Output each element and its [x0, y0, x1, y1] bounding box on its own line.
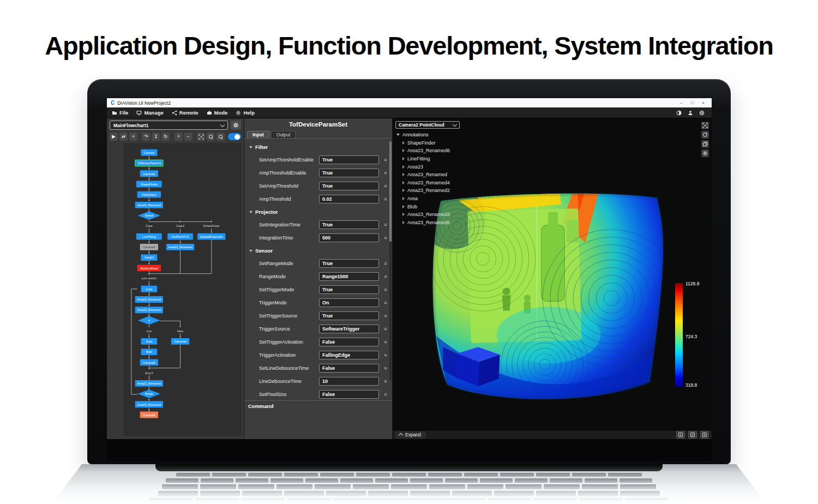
- tree-item-area23_renamed6[interactable]: Area23_Renamed6: [396, 147, 450, 155]
- param-value-input[interactable]: Range1500: [319, 272, 379, 281]
- reset-button[interactable]: ↻: [161, 133, 170, 141]
- menu-help[interactable]: Help: [236, 110, 255, 116]
- flow-node[interactable]: Break: [138, 389, 160, 398]
- run-button[interactable]: ▶: [110, 133, 118, 141]
- layers-button[interactable]: [701, 140, 709, 148]
- menu-file[interactable]: File: [112, 110, 128, 116]
- flow-node[interactable]: SpatialResamplin: [197, 233, 225, 240]
- param-menu-button[interactable]: ≡: [382, 313, 389, 319]
- param-menu-button[interactable]: ≡: [382, 235, 389, 241]
- tree-item-area23_renamed2[interactable]: Area23_Renamed2: [396, 187, 450, 195]
- layout-1-view-button[interactable]: 1: [676, 431, 685, 439]
- tree-item-shapefinder[interactable]: ShapeFinder: [396, 139, 450, 147]
- param-value-input[interactable]: True: [319, 311, 379, 320]
- language-icon[interactable]: [699, 108, 705, 118]
- param-value-input[interactable]: False: [319, 338, 379, 346]
- parameter-scrollbar[interactable]: [389, 141, 392, 380]
- flow-node[interactable]: Area23_Renamed: [135, 296, 163, 303]
- flow-node[interactable]: Flowchart1: [137, 191, 161, 198]
- flow-node[interactable]: LineFitting: [136, 233, 162, 240]
- flow-node[interactable]: Loop: [141, 286, 158, 292]
- minimize-button[interactable]: –: [677, 99, 686, 107]
- close-button[interactable]: ×: [699, 99, 708, 107]
- tab-input[interactable]: Input: [247, 131, 269, 138]
- tree-item-area[interactable]: Area: [396, 195, 450, 203]
- param-value-input[interactable]: True: [319, 220, 379, 229]
- flow-node[interactable]: ModbusRead: [137, 265, 161, 271]
- flowchart-settings-button[interactable]: [231, 121, 241, 130]
- step-into-button[interactable]: ↧: [152, 133, 160, 141]
- flow-node[interactable]: Switch: [138, 211, 160, 220]
- param-menu-button[interactable]: ≡: [382, 326, 389, 332]
- param-value-input[interactable]: True: [319, 259, 379, 268]
- param-group-projector[interactable]: Projector: [244, 206, 392, 218]
- menu-manage[interactable]: Manage: [136, 110, 163, 116]
- param-value-input[interactable]: False: [319, 364, 379, 373]
- add-button[interactable]: +: [175, 133, 183, 141]
- param-group-filter[interactable]: Filter: [244, 141, 392, 153]
- tree-item-area23_renamed[interactable]: Area23_Renamed: [396, 171, 450, 179]
- flowchart-canvas[interactable]: CameraTofDeviceParamSCamera2ShapeFinderF…: [124, 143, 241, 436]
- tree-item-linefitting[interactable]: LineFitting: [396, 155, 450, 163]
- flow-node[interactable]: If: [138, 316, 160, 325]
- param-menu-button[interactable]: ≡: [382, 365, 389, 371]
- loop-run-button[interactable]: ⇄: [119, 133, 128, 141]
- flow-node[interactable]: Area: [141, 338, 158, 345]
- menu-mode[interactable]: Mode: [207, 110, 228, 116]
- layout-2-view-button[interactable]: 2: [688, 431, 697, 439]
- param-menu-button[interactable]: ≡: [382, 300, 389, 305]
- flow-node[interactable]: Blob: [141, 349, 158, 355]
- param-menu-button[interactable]: ≡: [382, 392, 389, 397]
- flowchart-graph[interactable]: CameraTofDeviceParamSCamera2ShapeFinderF…: [124, 144, 240, 435]
- param-menu-button[interactable]: ≡: [382, 261, 389, 266]
- tree-item-area23_renamed4[interactable]: Area23_Renamed4: [396, 178, 450, 187]
- orbit-button[interactable]: [701, 131, 709, 139]
- maximize-button[interactable]: □: [688, 99, 697, 107]
- flow-node[interactable]: Area23_Renamed: [135, 380, 163, 387]
- param-menu-button[interactable]: ≡: [382, 196, 389, 202]
- param-value-input[interactable]: True: [319, 169, 379, 177]
- flow-node[interactable]: Area23_Renamed: [166, 244, 194, 250]
- param-value-input[interactable]: 500: [319, 233, 379, 242]
- param-value-input[interactable]: SoftwareTrigger: [319, 325, 379, 333]
- flow-node[interactable]: Camera4: [171, 338, 189, 345]
- param-menu-button[interactable]: ≡: [382, 157, 389, 163]
- flow-node[interactable]: Camera: [141, 149, 157, 156]
- theme-icon[interactable]: [676, 108, 682, 118]
- fit-view-button[interactable]: [197, 133, 205, 141]
- flow-node[interactable]: GetPointXYZ: [167, 233, 193, 240]
- param-menu-button[interactable]: ≡: [382, 379, 389, 384]
- flow-node[interactable]: Area23_Renamed: [135, 307, 163, 313]
- param-group-sensor[interactable]: Sensor: [244, 244, 392, 257]
- tree-item-area23[interactable]: Area23: [396, 163, 450, 171]
- param-menu-button[interactable]: ≡: [382, 274, 389, 279]
- param-menu-button[interactable]: ≡: [382, 170, 389, 176]
- tree-item-area23_renamed3[interactable]: Area23_Renamed3: [396, 211, 450, 219]
- flowchart-selector[interactable]: MainFlowchart1: [110, 121, 228, 130]
- remove-button[interactable]: −: [184, 133, 193, 141]
- stop-button[interactable]: ■: [129, 133, 137, 141]
- flow-node[interactable]: Camera6: [140, 412, 158, 418]
- user-icon[interactable]: [688, 108, 693, 118]
- param-value-input[interactable]: True: [319, 155, 379, 164]
- tree-item-area23_renamed5[interactable]: Area23_Renamed5: [396, 218, 450, 226]
- flow-node[interactable]: Area23_Renamed: [135, 401, 163, 407]
- tree-root-annotations[interactable]: Annotations: [396, 131, 450, 139]
- flow-node[interactable]: TofDeviceParamS: [135, 160, 163, 166]
- edit-mode-toggle[interactable]: [228, 133, 241, 140]
- menu-remote[interactable]: Remote: [172, 110, 199, 116]
- fit-view-button[interactable]: [701, 122, 709, 129]
- viewport-source-selector[interactable]: Camera2 PointCloud: [395, 121, 460, 129]
- pointcloud-viewport[interactable]: Camera2 PointCloud AnnotationsShapeFinde…: [393, 118, 712, 430]
- expand-button[interactable]: Expand: [395, 431, 426, 439]
- param-value-input[interactable]: FallingEdge: [319, 351, 379, 359]
- param-menu-button[interactable]: ≡: [382, 352, 389, 358]
- step-over-button[interactable]: ↷: [142, 133, 150, 141]
- zoom-in-button[interactable]: [207, 133, 215, 141]
- param-menu-button[interactable]: ≡: [382, 339, 389, 345]
- param-value-input[interactable]: 10: [319, 377, 379, 386]
- flow-node[interactable]: Area23: [141, 254, 157, 261]
- zoom-out-button[interactable]: [216, 133, 225, 141]
- settings-button[interactable]: [701, 149, 709, 157]
- flow-node[interactable]: Camera3: [140, 244, 158, 250]
